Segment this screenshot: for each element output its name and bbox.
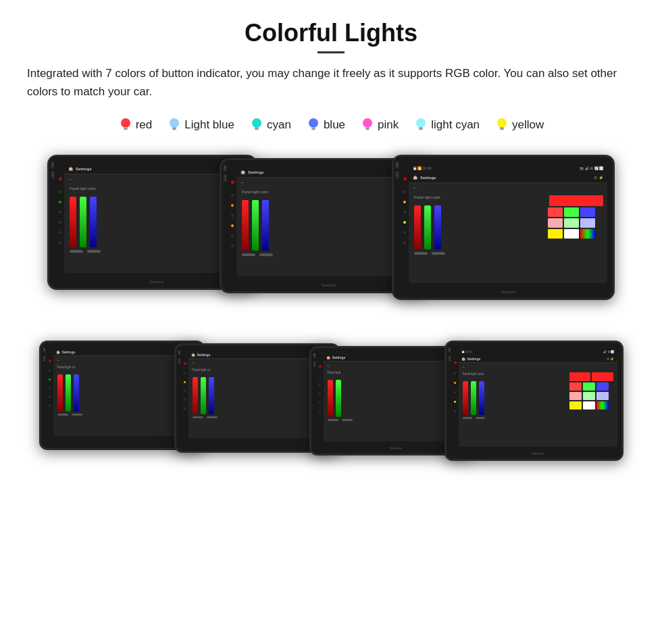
bulb-icon-cyan xyxy=(249,116,264,134)
svg-rect-14 xyxy=(366,129,370,130)
svg-rect-8 xyxy=(255,129,258,130)
color-item-pink: pink xyxy=(360,116,399,134)
device-3: MIC RST ⏰ 📶 20:24 📷 🔊 🖥 🔄 ⬜ 🏠 Settings xyxy=(392,155,615,300)
color-item-blue: blue xyxy=(306,116,345,134)
svg-point-6 xyxy=(252,118,261,128)
screen1-back: ← xyxy=(68,177,73,182)
bulb-icon-red xyxy=(118,116,133,134)
screen7-nav-title: Settings xyxy=(467,357,481,361)
screen2-nav-title: Settings xyxy=(248,170,264,174)
svg-point-12 xyxy=(363,118,372,128)
svg-point-0 xyxy=(121,118,130,128)
watermark-7: Seicane xyxy=(459,451,617,455)
page-title: Colorful Lights xyxy=(0,0,662,51)
bulb-icon-yellow xyxy=(494,116,509,134)
color-item-red: red xyxy=(118,116,153,134)
svg-rect-2 xyxy=(124,129,127,130)
svg-point-3 xyxy=(170,118,179,128)
title-divider xyxy=(317,51,345,53)
screen3-panel-label: Panel light color xyxy=(414,195,542,199)
svg-point-15 xyxy=(416,118,426,128)
bulb-icon-lightblue xyxy=(167,116,182,134)
svg-point-18 xyxy=(497,118,507,128)
bulb-icon-blue xyxy=(306,116,321,134)
color-label-blue: blue xyxy=(324,118,345,132)
screen-3: ⏰ 📶 20:24 📷 🔊 🖥 🔄 ⬜ 🏠 Settings ⚙ ⚡ ← Pan… xyxy=(409,164,607,283)
svg-rect-17 xyxy=(419,129,423,130)
color-item-lightblue: Light blue xyxy=(167,116,234,134)
svg-rect-11 xyxy=(311,129,315,130)
bulb-icon-pink xyxy=(360,116,375,134)
screen1-panel-label: Panel light color xyxy=(70,187,244,191)
screen5-nav-title: Settings xyxy=(197,353,211,357)
screen-7: ⏰ 20:24 🔊 🖥 ⬜ 🏠 Settings ⚙ ⚡ ← Panel lig… xyxy=(459,348,617,447)
color-label-red: red xyxy=(136,118,153,132)
description-text: Integrated with 7 colors of button indic… xyxy=(7,64,655,113)
screen7-panel-label: Panel light color xyxy=(463,372,565,376)
color-label-pink: pink xyxy=(378,118,399,132)
color-item-lightcyan: light cyan xyxy=(413,116,480,134)
bulb-icon-lightcyan xyxy=(413,116,428,134)
screen3-nav-title: Settings xyxy=(420,176,436,180)
screen6-nav-title: Settings xyxy=(332,355,346,360)
devices-row-bottom: MIC RST 🏠 Settings ⚙ ⚡ ← Panel light xyxy=(0,334,662,474)
color-item-yellow: yellow xyxy=(494,116,544,134)
device-body-3: MIC RST ⏰ 📶 20:24 📷 🔊 🖥 🔄 ⬜ 🏠 Settings xyxy=(392,155,615,300)
device-body-7: MIC RST ⏰ 20:24 🔊 🖥 ⬜ 🏠 Settings ⚙ ⚡ xyxy=(444,341,623,461)
color-item-cyan: cyan xyxy=(249,116,291,134)
color-label-lightblue: Light blue xyxy=(184,118,234,132)
device-7: MIC RST ⏰ 20:24 🔊 🖥 ⬜ 🏠 Settings ⚙ ⚡ xyxy=(444,341,623,461)
color-indicators-row: red Light blue cyan xyxy=(0,113,662,148)
svg-rect-20 xyxy=(501,129,504,130)
svg-rect-5 xyxy=(173,129,176,130)
color-label-yellow: yellow xyxy=(512,118,544,132)
screen2-panel-label: Panel light color xyxy=(242,190,400,194)
color-label-cyan: cyan xyxy=(267,118,291,132)
devices-row-top: MIC RST 🏠 Settings ⚙ ⚡ ← xyxy=(0,148,662,314)
svg-point-9 xyxy=(309,118,318,128)
watermark-3: Seicane xyxy=(409,290,607,294)
screen4-nav-title: Settings xyxy=(62,350,76,354)
screen1-nav-title: Settings xyxy=(76,167,92,171)
color-label-lightcyan: light cyan xyxy=(431,118,480,132)
